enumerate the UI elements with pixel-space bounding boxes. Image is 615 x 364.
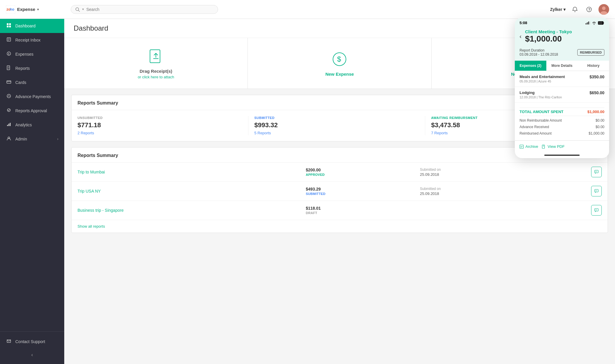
tab-history[interactable]: History: [578, 61, 609, 71]
expenses-icon: $: [6, 51, 12, 57]
search-input[interactable]: [86, 7, 214, 12]
svg-rect-37: [587, 22, 588, 24]
org-selector[interactable]: Zylker ▾: [550, 7, 565, 12]
archive-button[interactable]: Archive: [520, 144, 538, 149]
report-amount-block-1: $493.29 SUBMITTED: [306, 187, 420, 196]
report-status-1: SUBMITTED: [306, 192, 420, 196]
report-date-block-0: Submitted on 25.09.2018: [420, 168, 591, 177]
report-status-2: DRAFT: [306, 211, 420, 215]
mobile-expense-info-0: Meals and Entertainment 05.09.2018 | Azu…: [520, 75, 565, 83]
mobile-home-indicator: [515, 152, 609, 158]
sidebar-item-label: Contact Support: [15, 339, 45, 344]
svg-text:0: 0: [596, 190, 597, 192]
sidebar-item-cards[interactable]: Cards: [0, 75, 64, 90]
svg-text:0: 0: [596, 209, 597, 211]
tab-more-details[interactable]: More Details: [546, 61, 578, 71]
home-bar: [544, 155, 580, 156]
help-button[interactable]: ?: [584, 5, 594, 14]
stat-submitted: SUBMITTED $993.32 5 Reports: [248, 116, 425, 135]
mobile-expense-row-1: Lodging 12.09.2018 | The Ritz-Carlton $6…: [515, 87, 609, 103]
sidebar-collapse-button[interactable]: ‹: [0, 349, 64, 361]
sidebar-item-label: Expenses: [15, 52, 33, 57]
receipt-upload-icon: [147, 47, 165, 65]
view-pdf-button[interactable]: View PDF: [542, 144, 565, 149]
user-avatar-icon: [598, 4, 609, 15]
svg-rect-42: [520, 145, 523, 148]
topbar: zo ho Expense ▾ ▾ Zylker ▾ ?: [0, 0, 615, 19]
report-chat-button-2[interactable]: 0: [591, 205, 602, 216]
mobile-meta: Report Duration 03.09.2018 - 12.09.2018 …: [515, 48, 609, 61]
mobile-title-block: Client Meeting - Tokyo $1,000.00: [525, 29, 604, 44]
show-all-reports-link[interactable]: Show all reports: [72, 220, 608, 233]
svg-rect-22: [10, 123, 11, 126]
report-amount-block-0: $200.00 APPROVED: [306, 168, 420, 176]
new-expense-icon: $: [331, 50, 348, 68]
svg-rect-20: [7, 125, 8, 126]
mobile-totals: TOTAL AMOUNT SPENT $1,000.00 Non Reimbur…: [515, 103, 609, 140]
svg-rect-11: [9, 23, 11, 25]
notifications-button[interactable]: [570, 5, 580, 14]
drag-receipt-card[interactable]: Drag Receipt(s) or click here to attach: [64, 38, 248, 89]
sidebar-item-label: Analytics: [15, 123, 32, 127]
report-date-block-1: Submitted on 25.09.2018: [420, 187, 591, 196]
submitted-link[interactable]: 5 Reports: [254, 131, 419, 135]
topbar-right: Zylker ▾ ?: [550, 4, 609, 15]
table-row: Business trip - Singapore $118.01 DRAFT …: [72, 201, 608, 220]
svg-rect-10: [7, 23, 9, 25]
receipt-inbox-icon: [6, 37, 12, 43]
report-name-1[interactable]: Trip USA NY: [78, 189, 306, 193]
reports-approval-icon: [6, 108, 12, 114]
search-bar[interactable]: ▾: [71, 5, 218, 14]
sidebar-item-analytics[interactable]: Analytics: [0, 118, 64, 132]
new-expense-card[interactable]: $ New Expense: [248, 38, 431, 89]
signal-icon: [586, 21, 590, 24]
mobile-expense-title-1: Lodging: [520, 90, 562, 95]
svg-text:?: ?: [588, 8, 590, 12]
search-dropdown-icon[interactable]: ▾: [82, 7, 84, 11]
svg-text:ho: ho: [10, 7, 14, 11]
zoho-logo-icon: zo ho: [6, 5, 15, 14]
battery-icon: [598, 21, 604, 25]
sidebar-item-advance-payments[interactable]: Advance Payments: [0, 90, 64, 104]
report-status-0: APPROVED: [306, 173, 420, 176]
tab-expenses[interactable]: Expenses (2): [515, 61, 546, 71]
report-name-2[interactable]: Business trip - Singapore: [78, 208, 306, 213]
svg-text:$: $: [8, 52, 9, 55]
table-row: Trip USA NY $493.29 SUBMITTED Submitted …: [72, 182, 608, 201]
unsubmitted-link[interactable]: 2 Reports: [78, 131, 242, 135]
report-name-0[interactable]: Trip to Mumbai: [78, 170, 306, 174]
unsubmitted-value: $771.18: [78, 121, 242, 129]
mobile-expense-title-0: Meals and Entertainment: [520, 75, 565, 79]
sidebar-item-expenses[interactable]: $ Expenses: [0, 47, 64, 61]
sidebar-item-dashboard[interactable]: Dashboard: [0, 19, 64, 33]
sidebar-item-reports-approval[interactable]: Reports Approval: [0, 104, 64, 118]
sidebar-item-contact-support[interactable]: Contact Support: [0, 335, 64, 349]
org-name-label: Zylker: [550, 7, 562, 12]
svg-text:0: 0: [596, 171, 597, 173]
reimbursed-amount-row: Reimbursed Amount $1,000.00: [520, 130, 604, 137]
sidebar-item-reports[interactable]: Reports: [0, 61, 64, 75]
mobile-amount: $1,000.00: [525, 34, 604, 44]
avatar[interactable]: [598, 4, 609, 15]
svg-rect-21: [9, 124, 9, 126]
chat-icon: 0: [594, 208, 598, 212]
logo-area[interactable]: zo ho Expense ▾: [6, 5, 65, 14]
new-expense-label: New Expense: [325, 72, 354, 77]
sidebar-item-receipt-inbox[interactable]: Receipt Inbox: [0, 33, 64, 47]
collapse-icon: ‹: [31, 352, 33, 358]
svg-rect-12: [7, 26, 9, 27]
report-chat-button-1[interactable]: 0: [591, 186, 602, 196]
mobile-expense-amount-1: $650.00: [589, 90, 604, 95]
sidebar: Dashboard Receipt Inbox $ Expenses Repor…: [0, 19, 64, 364]
mobile-status-bar: 5:08: [515, 18, 609, 27]
sidebar-item-admin[interactable]: Admin ›: [0, 132, 64, 146]
logo-label: Expense: [17, 7, 35, 12]
report-date-label-1: Submitted on: [420, 187, 591, 191]
report-chat-button-0[interactable]: 0: [591, 167, 602, 177]
svg-rect-13: [9, 26, 11, 27]
sidebar-item-label: Receipt Inbox: [15, 38, 41, 42]
total-amount-value: $1,000.00: [587, 110, 604, 114]
mobile-back-button[interactable]: ‹: [520, 33, 522, 40]
sidebar-item-label: Reports: [15, 66, 30, 71]
contact-support-icon: [6, 339, 12, 345]
